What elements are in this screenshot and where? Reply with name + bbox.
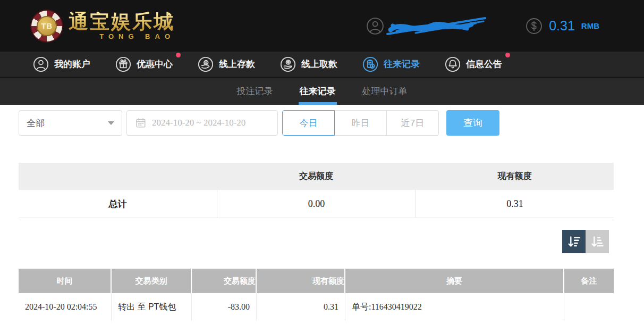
nav-item-my-account[interactable]: 我的账户 (33, 56, 90, 72)
cell-time: 2024-10-20 02:04:55 (19, 293, 112, 321)
col-header-time: 时间 (19, 269, 112, 293)
cell-amount: -83.00 (192, 293, 257, 321)
summary-current-total: 0.31 (416, 190, 614, 218)
sort-ascending-icon (590, 235, 605, 249)
range-button-last7days[interactable]: 近7日 (386, 110, 439, 136)
chip-label: TB (37, 16, 57, 36)
summary-total-row: 总计 0.00 0.31 (19, 190, 614, 218)
summary-transaction-total: 0.00 (217, 190, 416, 218)
col-header-summary: 摘要 (345, 269, 564, 293)
cell-summary: 单号:116430419022 (345, 293, 564, 321)
col-header-note: 备注 (564, 269, 614, 293)
brand-logo[interactable]: TB 通宝娱乐城 TONG BAO (31, 11, 175, 41)
tab-betting-records[interactable]: 投注记录 (236, 78, 274, 105)
nav-item-promotions[interactable]: 优惠中心 (115, 56, 173, 72)
query-button[interactable]: 查询 (446, 110, 499, 136)
nav-label: 信息公告 (466, 58, 502, 70)
transactions-table: 时间 交易类别 交易额度 现有额度 摘要 备注 2024-10-20 02:04… (19, 269, 614, 321)
summary-header-row: 交易额度 现有额度 (19, 163, 614, 190)
deposit-hand-coin-icon (198, 56, 214, 72)
cell-note (564, 293, 614, 321)
header-right: 0.31 RMB (366, 13, 599, 39)
nav-item-online-deposit[interactable]: 线上存款 (198, 56, 255, 72)
range-button-yesterday[interactable]: 昨日 (334, 110, 387, 136)
site-title: 通宝娱乐城 (69, 12, 175, 31)
tab-transaction-records[interactable]: 往来记录 (299, 78, 337, 105)
user-icon (366, 17, 384, 35)
calendar-icon (135, 117, 147, 129)
summary-header-transaction: 交易额度 (217, 171, 416, 182)
summary-header-current: 现有额度 (416, 171, 614, 182)
nav-item-transaction-records[interactable]: 往来记录 (362, 56, 420, 72)
nav-label: 我的账户 (54, 58, 90, 70)
brand-text: 通宝娱乐城 TONG BAO (69, 12, 175, 40)
filter-row: 全部 2024-10-20 ~ 2024-10-20 今日 昨日 近7日 查询 (19, 110, 614, 136)
quick-range-group: 今日 昨日 近7日 (282, 110, 439, 136)
summary-total-label: 总计 (19, 198, 217, 210)
user-account-chip[interactable] (366, 13, 487, 39)
top-header: TB 通宝娱乐城 TONG BAO (0, 0, 644, 52)
bell-icon (445, 56, 461, 72)
withdraw-hand-money-icon (280, 56, 296, 72)
range-button-today[interactable]: 今日 (282, 110, 335, 136)
tab-processing-orders[interactable]: 处理中订单 (361, 78, 409, 105)
sort-descending-button[interactable] (562, 230, 586, 253)
account-balance[interactable]: 0.31 RMB (526, 18, 599, 35)
table-row: 2024-10-20 02:04:55 转出 至 PT钱包 -83.00 0.3… (19, 293, 614, 321)
category-select[interactable]: 全部 (19, 110, 122, 136)
site-subtitle: TONG BAO (69, 32, 175, 40)
nav-label: 线上取款 (301, 58, 337, 70)
table-header-row: 时间 交易类别 交易额度 现有额度 摘要 备注 (19, 269, 614, 293)
date-range-picker[interactable]: 2024-10-20 ~ 2024-10-20 (126, 110, 278, 136)
records-subnav: 投注记录 往来记录 处理中订单 (0, 78, 644, 105)
nav-label: 往来记录 (384, 58, 420, 70)
col-header-amount: 交易额度 (192, 269, 257, 293)
nav-item-online-withdrawal[interactable]: 线上取款 (280, 56, 337, 72)
nav-item-announcements[interactable]: 信息公告 (445, 56, 502, 72)
balance-currency: RMB (581, 21, 599, 30)
col-header-category: 交易类别 (112, 269, 192, 293)
poker-chip-logo-icon: TB (31, 11, 62, 41)
dollar-coin-icon (526, 18, 543, 35)
username-redaction-scribble (386, 13, 487, 39)
cell-category: 转出 至 PT钱包 (112, 293, 192, 321)
summary-table: 交易额度 现有额度 总计 0.00 0.31 (19, 163, 614, 218)
cell-balance: 0.31 (257, 293, 345, 321)
notification-dot (176, 53, 181, 57)
chevron-down-icon (108, 121, 114, 125)
category-select-value: 全部 (27, 117, 45, 129)
main-nav: 我的账户 优惠中心 线上存款 (0, 52, 644, 78)
main-content: 全部 2024-10-20 ~ 2024-10-20 今日 昨日 近7日 查询 (0, 105, 644, 321)
sort-controls (19, 230, 614, 253)
sort-descending-icon (567, 235, 581, 249)
records-clipboard-clock-icon (362, 56, 378, 72)
user-circle-icon (33, 56, 49, 72)
col-header-balance: 现有额度 (257, 269, 345, 293)
notification-dot (505, 53, 510, 57)
nav-label: 线上存款 (219, 58, 255, 70)
nav-label: 优惠中心 (137, 58, 173, 70)
gift-icon (115, 56, 131, 72)
date-range-value: 2024-10-20 ~ 2024-10-20 (152, 118, 245, 128)
balance-amount: 0.31 (549, 18, 575, 34)
sort-ascending-button[interactable] (586, 230, 609, 253)
